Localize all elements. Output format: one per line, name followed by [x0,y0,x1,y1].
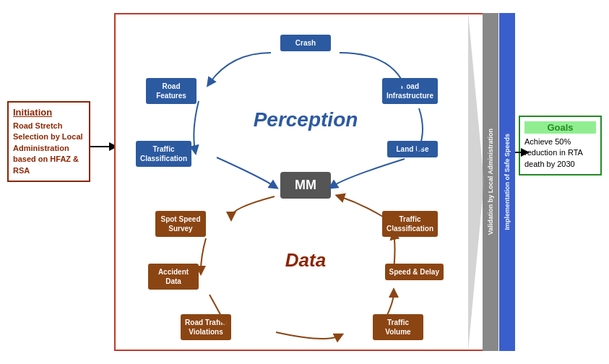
land-use-box: Land Use [387,141,438,157]
validation-bar: Validation by Local Administration [483,13,498,351]
traffic-classification-brown-box: TrafficClassification [382,211,438,237]
initiation-text: Road Stretch Selection by Local Administ… [13,121,85,176]
traffic-volume-box: TrafficVolume [373,314,423,340]
implementation-text: Implementation of Safe Speeds [504,134,511,230]
svg-marker-2 [468,13,484,351]
spot-speed-box: Spot SpeedSurvey [155,211,206,237]
goals-text: Achieve 50% reduction in RTA death by 20… [524,136,596,170]
road-traffic-violations-box: Road TrafficViolations [181,314,231,340]
goals-box: Goals Achieve 50% reduction in RTA death… [519,116,602,176]
implementation-bar: Implementation of Safe Speeds [499,13,515,351]
speed-delay-box: Speed & Delay [385,264,444,280]
gray-triangle-svg [468,13,484,351]
main-container: Initiation Road Stretch Selection by Loc… [0,0,609,364]
perception-label: Perception [254,108,358,131]
validation-text: Validation by Local Administration [487,129,494,235]
mm-box: MM [280,172,331,199]
goals-title: Goals [524,121,596,134]
road-features-box: RoadFeatures [146,78,196,104]
data-label: Data [285,249,326,272]
initiation-box: Initiation Road Stretch Selection by Loc… [7,101,90,182]
accident-data-box: AccidentData [148,264,199,290]
crash-box: Crash [280,35,331,51]
diagram-box: Perception Data MM Crash RoadFeatures Ro… [114,13,497,351]
traffic-classification-blue-box: TrafficClassification [136,141,191,167]
road-infrastructure-box: RoadInfrastructure [382,78,438,104]
initiation-title: Initiation [13,107,85,118]
